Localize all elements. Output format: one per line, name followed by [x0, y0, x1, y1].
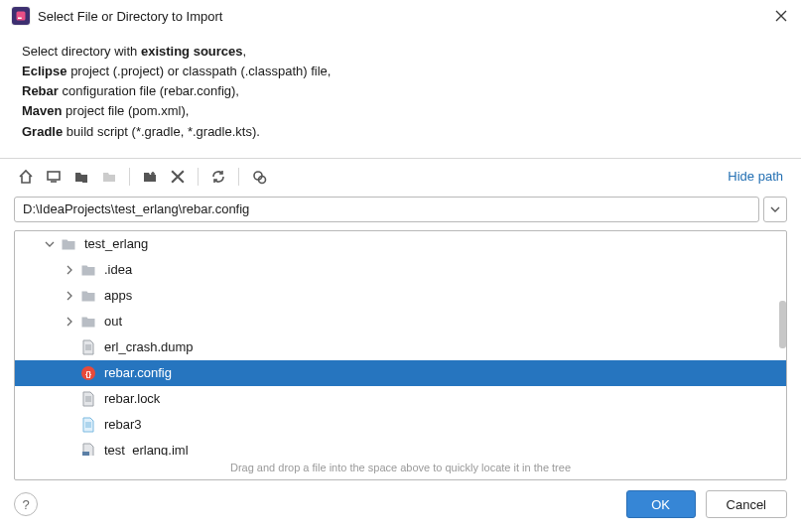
- instr-bold: Maven: [22, 103, 62, 118]
- folder-icon: [80, 288, 96, 304]
- tree-row-rebar3[interactable]: rebar3: [15, 412, 786, 438]
- tree-row-test-erlang-iml[interactable]: test_erlang.iml: [15, 438, 786, 456]
- path-history-dropdown[interactable]: [763, 197, 787, 222]
- rebar-icon: {}: [80, 365, 96, 381]
- show-hidden-icon[interactable]: [247, 165, 271, 189]
- instr-text: build script (*.gradle, *.gradle.kts).: [63, 124, 260, 139]
- tree-row-test-erlang[interactable]: test_erlang: [15, 231, 786, 257]
- instructions: Select directory with existing sources, …: [0, 34, 801, 158]
- path-input[interactable]: [14, 197, 759, 222]
- svg-rect-2: [48, 172, 60, 180]
- file-icon: [80, 339, 96, 355]
- home-icon[interactable]: [14, 165, 38, 189]
- tree-item-label: out: [104, 314, 122, 329]
- chevron-right-icon[interactable]: [63, 263, 76, 277]
- tree-item-label: test_erlang: [84, 236, 148, 251]
- instr-bold: Eclipse: [22, 64, 67, 78]
- tree-item-label: erl_crash.dump: [104, 339, 194, 354]
- instr-bold: Rebar: [22, 83, 59, 98]
- import-dialog: Select File or Directory to Import Selec…: [0, 0, 801, 532]
- svg-rect-0: [17, 12, 26, 21]
- folder-icon: [61, 236, 76, 252]
- chevron-right-icon[interactable]: [63, 315, 76, 329]
- delete-icon[interactable]: [166, 165, 190, 189]
- ok-button[interactable]: OK: [626, 490, 696, 518]
- svg-rect-1: [18, 18, 22, 20]
- instr-text: Select directory with: [22, 44, 141, 59]
- toolbar: Hide path: [0, 159, 801, 195]
- desktop-icon[interactable]: [42, 165, 66, 189]
- chevron-down-icon[interactable]: [43, 237, 57, 251]
- path-row: [0, 195, 801, 230]
- instr-bold: Gradle: [22, 124, 63, 139]
- instr-bold: existing sources: [141, 44, 243, 59]
- dialog-title: Select File or Directory to Import: [38, 9, 222, 24]
- toolbar-separator: [238, 168, 239, 186]
- instr-text: ,: [243, 44, 247, 59]
- refresh-icon[interactable]: [206, 165, 230, 189]
- tree-row-rebar-lock[interactable]: rebar.lock: [15, 386, 786, 412]
- new-folder-icon[interactable]: [138, 165, 162, 189]
- tree-row-rebar-config[interactable]: {}rebar.config: [15, 360, 786, 386]
- tree-item-label: rebar.config: [104, 365, 172, 380]
- instr-text: configuration file (rebar.config),: [59, 83, 239, 98]
- tree-item-label: .idea: [104, 262, 132, 277]
- footer: ? OK Cancel: [0, 480, 801, 532]
- tree-item-label: rebar.lock: [104, 391, 160, 406]
- project-icon[interactable]: [69, 165, 93, 189]
- folder-icon: [80, 314, 96, 330]
- folder-icon: [80, 262, 96, 278]
- instr-text: project file (pom.xml),: [62, 103, 189, 118]
- chevron-right-icon[interactable]: [63, 289, 76, 303]
- tree-row--idea[interactable]: .idea: [15, 257, 786, 283]
- svg-rect-8: [82, 452, 89, 456]
- module-icon: [97, 165, 121, 189]
- iml-icon: [80, 443, 96, 456]
- file-blue-icon: [80, 417, 96, 433]
- tree-item-label: test_erlang.iml: [104, 443, 189, 456]
- tree-item-label: apps: [104, 288, 132, 303]
- cancel-button[interactable]: Cancel: [706, 490, 787, 518]
- tree-item-label: rebar3: [104, 417, 142, 432]
- file-tree-container: test_erlang.ideaappsouterl_crash.dump{}r…: [14, 230, 787, 480]
- tree-row-out[interactable]: out: [15, 309, 786, 334]
- file-tree[interactable]: test_erlang.ideaappsouterl_crash.dump{}r…: [15, 231, 786, 456]
- titlebar: Select File or Directory to Import: [0, 0, 801, 34]
- tree-row-erl-crash-dump[interactable]: erl_crash.dump: [15, 334, 786, 360]
- help-button[interactable]: ?: [14, 492, 38, 516]
- close-icon[interactable]: [773, 8, 789, 24]
- file-icon: [80, 391, 96, 407]
- tree-row-apps[interactable]: apps: [15, 283, 786, 309]
- toolbar-separator: [198, 168, 199, 186]
- hide-path-link[interactable]: Hide path: [728, 169, 787, 184]
- scrollbar[interactable]: [779, 301, 786, 348]
- toolbar-separator: [129, 168, 130, 186]
- svg-text:{}: {}: [85, 369, 91, 378]
- app-icon: [12, 7, 30, 25]
- instr-text: project (.project) or classpath (.classp…: [67, 64, 332, 78]
- svg-rect-3: [82, 178, 87, 183]
- drag-drop-hint: Drag and drop a file into the space abov…: [15, 456, 786, 479]
